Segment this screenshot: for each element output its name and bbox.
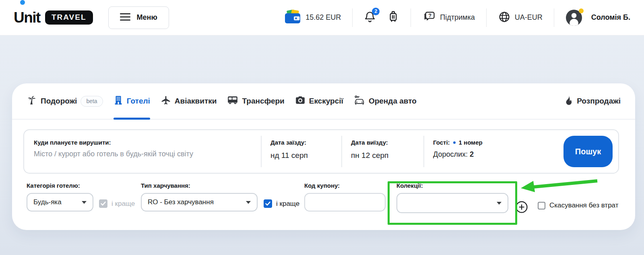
hotel-category-filter: Категорія готелю: Будь-яка — [27, 182, 93, 211]
avatar — [566, 9, 582, 26]
coupon-filter: Код купону: — [304, 182, 386, 211]
search-button[interactable]: Пошук — [564, 136, 613, 167]
coupon-label: Код купону: — [304, 182, 386, 189]
tab-car-rental[interactable]: Оренда авто — [354, 83, 417, 119]
tab-excursions-label: Екскурсії — [309, 97, 343, 106]
adults-value: 2 — [470, 150, 474, 158]
checkin-date-field[interactable]: Дата заїзду: нд 11 серп — [262, 130, 341, 173]
wallet-balance[interactable]: 15.62 EUR — [285, 10, 341, 26]
checkin-value: нд 11 серп — [270, 151, 341, 160]
top-header: Unit TRAVEL Меню 15.62 EUR — [0, 0, 644, 35]
collections-label: Колекції: — [396, 182, 508, 189]
globe-icon — [498, 10, 511, 25]
category-and-better-checkbox[interactable]: і краще — [99, 199, 135, 208]
svg-text:?: ? — [429, 12, 432, 18]
sales-link[interactable]: Розпродажі — [564, 95, 621, 107]
add-filter-button[interactable] — [515, 201, 528, 214]
tab-flights-label: Авіаквитки — [175, 97, 217, 106]
header-divider — [554, 8, 554, 27]
guests-rooms-value: 1 номер — [459, 139, 483, 146]
meal-type-filter: Тип харчування: RO - Без харчування — [141, 182, 258, 211]
wallet-icon — [285, 10, 301, 26]
sales-link-label: Розпродажі — [577, 97, 621, 106]
tab-flights[interactable]: Авіаквитки — [161, 83, 217, 119]
free-cancellation-checkbox[interactable]: Скасування без втрат — [538, 201, 618, 209]
avatar-status-dot — [579, 8, 584, 13]
tab-trips-label: Подорожі — [41, 97, 77, 106]
locale-currency-selector[interactable]: UA-EUR — [498, 10, 543, 25]
tab-transfers[interactable]: Трансфери — [227, 83, 284, 119]
collections-select[interactable] — [396, 193, 508, 213]
bus-icon — [227, 95, 238, 107]
meal-type-select[interactable]: RO - Без харчування — [141, 193, 258, 211]
chevron-down-icon — [82, 201, 87, 204]
header-divider — [411, 8, 411, 27]
tab-car-rental-label: Оренда авто — [369, 97, 417, 106]
tab-trips[interactable]: Подорожі beta — [27, 83, 103, 119]
logo-travel-badge: TRAVEL — [45, 10, 93, 25]
hotel-search-bar: Куди плануєте вирушити: Дата заїзду: нд … — [23, 129, 619, 174]
user-name: Соломія Б. — [591, 13, 630, 22]
locale-label: UA-EUR — [515, 13, 543, 22]
search-button-area: Пошук — [564, 130, 618, 173]
hotel-icon — [114, 95, 123, 107]
logo[interactable]: Unit TRAVEL — [14, 9, 93, 26]
notification-count-badge: 2 — [372, 8, 380, 15]
wallet-amount: 15.62 EUR — [305, 13, 341, 22]
destination-field[interactable]: Куди плануєте вирушити: — [24, 130, 261, 173]
guests-field[interactable]: Гості: 1 номер Дорослих: 2 — [424, 130, 564, 173]
header-divider — [352, 8, 353, 27]
checkout-value: пн 12 серп — [351, 151, 423, 160]
tab-excursions[interactable]: Екскурсії — [295, 83, 343, 119]
camera-icon — [295, 95, 305, 107]
free-cancellation-label: Скасування без втрат — [549, 201, 618, 209]
menu-button-label: Меню — [137, 13, 157, 22]
hamburger-icon — [120, 13, 130, 23]
annotation-arrow — [517, 176, 602, 195]
meal-and-better-label: і краще — [276, 200, 299, 208]
tab-hotels[interactable]: Готелі — [114, 83, 150, 119]
checkbox-checked-disabled-icon — [99, 199, 107, 208]
hotel-category-value: Будь-яка — [33, 198, 62, 206]
hotel-category-label: Категорія готелю: — [27, 182, 93, 189]
logo-blue-dot — [20, 0, 25, 5]
meal-type-label: Тип харчування: — [141, 182, 258, 189]
trips-luggage-button[interactable] — [387, 10, 399, 25]
meal-type-value: RO - Без харчування — [148, 198, 214, 206]
logo-text: Unit — [14, 9, 40, 26]
palm-icon — [27, 95, 37, 107]
menu-button[interactable]: Меню — [108, 6, 169, 29]
checkbox-unchecked-icon — [538, 202, 545, 209]
meal-and-better-checkbox[interactable]: і краще — [264, 199, 299, 208]
guests-label: Гості: — [433, 139, 450, 146]
checkout-label: Дата виїзду: — [351, 139, 423, 146]
category-and-better-label: і краще — [111, 200, 135, 208]
guests-dot-icon — [453, 141, 456, 144]
tab-transfers-label: Трансфери — [242, 97, 284, 106]
flame-icon — [564, 95, 573, 107]
product-tabs: Подорожі beta Готелі — [12, 83, 635, 120]
notifications-button[interactable]: 2 — [364, 10, 376, 25]
checkbox-checked-icon — [264, 199, 272, 208]
checkin-label: Дата заїзду: — [270, 139, 341, 146]
plane-icon — [161, 95, 171, 107]
luggage-icon — [387, 10, 399, 25]
adults-label: Дорослих: — [433, 150, 468, 158]
destination-input[interactable] — [34, 150, 247, 158]
checkout-date-field[interactable]: Дата виїзду: пн 12 серп — [342, 130, 423, 173]
header-divider — [486, 8, 487, 27]
user-account[interactable]: Соломія Б. — [566, 9, 630, 26]
beta-badge: beta — [80, 96, 103, 107]
coupon-input[interactable] — [304, 193, 386, 211]
chevron-down-icon — [497, 202, 502, 205]
tab-hotels-label: Готелі — [127, 97, 150, 106]
car-key-icon — [354, 95, 365, 107]
chat-question-icon: ? — [422, 10, 436, 25]
support-button[interactable]: ? Підтримка — [422, 10, 475, 25]
hotel-category-select[interactable]: Будь-яка — [27, 193, 93, 211]
chevron-down-icon — [246, 201, 251, 204]
collections-filter: Колекції: — [396, 182, 508, 213]
search-card: Подорожі beta Готелі — [12, 83, 635, 230]
support-label: Підтримка — [440, 13, 475, 22]
destination-label: Куди плануєте вирушити: — [34, 139, 261, 146]
